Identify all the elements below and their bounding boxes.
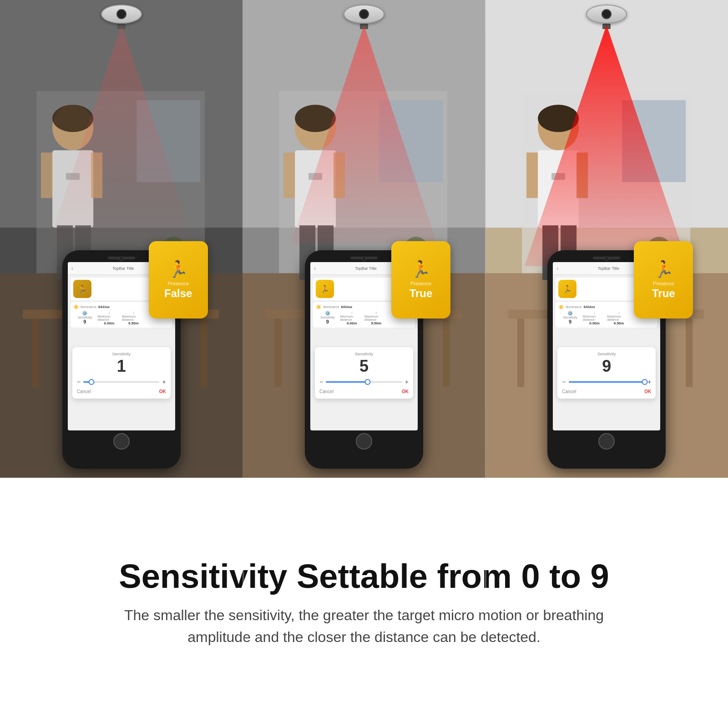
presence-card-icon-1: 🏃 <box>168 260 188 279</box>
panel-2: ‹ TopBar Title 🏃 Presence True <box>243 0 485 478</box>
popup-title-1: Sensitivity <box>77 352 166 356</box>
popup-title-3: Sensitivity <box>562 352 651 356</box>
illuminance-value-1: 641lux <box>98 305 110 309</box>
presence-card-icon-2: 🏃 <box>410 260 431 279</box>
slider-minus-1[interactable]: − <box>77 378 81 385</box>
phone-camera-1 <box>119 257 124 261</box>
max-dist-label-2: Maximum distance <box>364 315 388 321</box>
sensor-body-2 <box>344 5 384 24</box>
back-icon-3: ‹ <box>556 265 558 272</box>
cancel-button-3[interactable]: Cancel <box>562 389 576 394</box>
slider-row-3: − + <box>562 378 651 385</box>
presence-card-value-2: True <box>410 287 433 300</box>
sensitivity-cell-3: ⚙️ Sensitivity 9 <box>558 311 582 325</box>
sens-label-1: Sensitivity <box>78 316 92 319</box>
back-icon-2: ‹ <box>314 265 316 272</box>
popup-actions-2: Cancel OK <box>319 389 409 394</box>
slider-plus-3[interactable]: + <box>647 378 651 385</box>
popup-value-1: 1 <box>77 358 166 374</box>
cone-2 <box>273 25 455 253</box>
svg-rect-49 <box>686 318 693 387</box>
slider-track-1[interactable] <box>83 381 160 383</box>
svg-rect-7 <box>200 318 207 387</box>
sens-label-3: Sensitivity <box>563 316 577 319</box>
sensor-lens-3 <box>602 9 612 19</box>
max-dist-cell-3: ↕ Maximum distance 9.50m <box>607 311 631 325</box>
cancel-button-1[interactable]: Cancel <box>77 389 91 394</box>
sensitivity-popup-3: Sensitivity 9 − + Can <box>557 347 656 399</box>
cancel-button-2[interactable]: Cancel <box>319 389 334 394</box>
sens-val-2: 9 <box>326 319 329 324</box>
popup-value-2: 5 <box>319 358 409 374</box>
presence-card-1: 🏃 Presence False <box>149 241 208 318</box>
slider-track-2[interactable] <box>326 381 402 383</box>
min-dist-val-1: 0.00m <box>104 321 115 325</box>
slider-plus-1[interactable]: + <box>162 378 166 385</box>
phone-home-2[interactable] <box>356 433 372 450</box>
min-dist-label-2: Minimum distance <box>340 315 364 321</box>
slider-row-1: − + <box>77 378 166 385</box>
illuminance-label-2: Illuminance <box>323 305 339 308</box>
illuminance-value-3: 641lux <box>584 305 595 309</box>
slider-plus-2[interactable]: + <box>405 378 409 385</box>
max-dist-label-3: Maximum distance <box>607 315 631 321</box>
presence-card-2: 🏃 Presence True <box>391 241 450 318</box>
phone-home-1[interactable] <box>113 433 130 450</box>
svg-marker-41 <box>291 25 437 243</box>
min-dist-val-2: 0.00m <box>347 321 357 325</box>
sensitivity-popup-2: Sensitivity 5 − + Can <box>315 347 413 399</box>
illuminance-label-1: Illuminance <box>81 305 96 308</box>
min-dist-label-3: Minimum distance <box>583 315 607 321</box>
min-dist-cell-1: ↕ Minimum distance 0.00m <box>97 311 121 325</box>
svg-rect-48 <box>517 318 524 387</box>
presence-card-3: 🏃 Presence True <box>634 241 693 318</box>
main-container: ‹ TopBar Title 🏃 Presence <box>0 0 728 728</box>
svg-marker-62 <box>525 25 688 266</box>
max-dist-val-3: 9.50m <box>614 321 624 325</box>
phone-1: ‹ TopBar Title 🏃 Presence <box>58 250 185 478</box>
slider-minus-3[interactable]: − <box>562 378 566 385</box>
max-dist-icon-2: ↕ <box>375 311 377 315</box>
max-dist-cell-2: ↕ Maximum distance 9.50m <box>364 311 388 325</box>
slider-thumb-3 <box>642 379 648 385</box>
slider-track-3[interactable] <box>569 381 645 383</box>
max-dist-label-1: Maximum distance <box>122 315 146 321</box>
slider-fill-3 <box>569 381 645 383</box>
cone-1 <box>30 25 212 253</box>
presence-card-label-1: Presence <box>167 281 188 286</box>
ok-button-3[interactable]: OK <box>644 389 651 394</box>
panels-row: ‹ TopBar Title 🏃 Presence <box>0 0 728 478</box>
svg-rect-6 <box>32 318 39 387</box>
presence-card-label-3: Presence <box>653 281 674 286</box>
min-dist-val-3: 0.00m <box>589 321 600 325</box>
min-dist-cell-3: ↕ Minimum distance 0.00m <box>583 311 607 325</box>
illuminance-value-2: 641lux <box>341 305 352 309</box>
phone-3: ‹ TopBar Title 🏃 Presence True <box>543 250 670 478</box>
sens-label-2: Sensitivity <box>320 316 335 319</box>
phone-home-3[interactable] <box>598 433 615 450</box>
presence-card-value-3: True <box>652 287 675 300</box>
phone-camera-2 <box>362 257 366 261</box>
ok-button-2[interactable]: OK <box>402 389 409 394</box>
phone-camera-3 <box>604 257 609 261</box>
popup-actions-3: Cancel OK <box>562 389 651 394</box>
slider-fill-2 <box>326 381 368 383</box>
presence-card-value-1: False <box>164 287 192 300</box>
sens-val-3: 9 <box>569 319 571 324</box>
ok-button-1[interactable]: OK <box>159 389 166 394</box>
phone-2: ‹ TopBar Title 🏃 Presence True <box>300 250 428 478</box>
back-icon-1: ‹ <box>71 265 73 272</box>
slider-minus-2[interactable]: − <box>319 378 323 385</box>
sensitivity-popup-1: Sensitivity 1 − + Can <box>72 347 171 399</box>
min-dist-icon-1: ↕ <box>108 311 110 315</box>
svg-rect-28 <box>443 318 450 387</box>
slider-row-2: − + <box>319 378 409 385</box>
sensor-lens-1 <box>116 9 126 19</box>
sens-val-1: 9 <box>83 319 86 324</box>
popup-title-2: Sensitivity <box>319 352 409 356</box>
presence-icon-3: 🏃 <box>558 280 576 298</box>
sensor-body-3 <box>586 5 627 24</box>
sensitivity-cell-1: ⚙️ Sensitivity 9 <box>73 311 97 325</box>
max-dist-val-2: 9.50m <box>371 321 381 325</box>
popup-value-3: 9 <box>562 358 651 374</box>
